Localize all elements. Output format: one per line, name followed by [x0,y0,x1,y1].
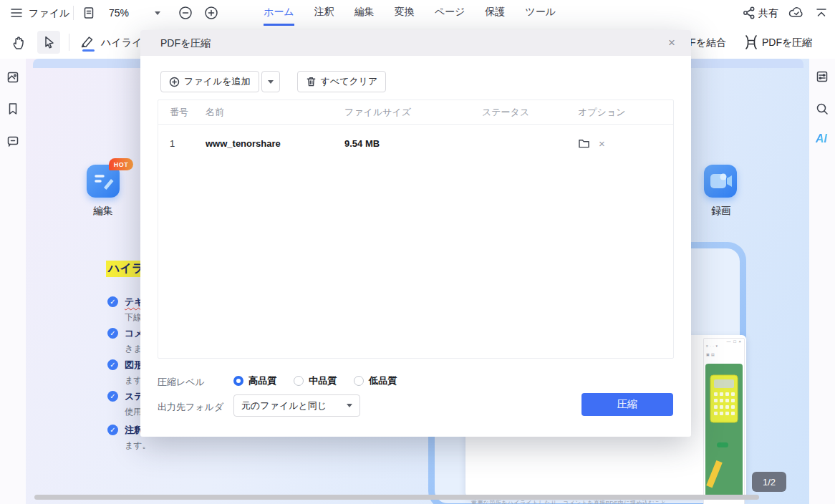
file-options: × [566,138,673,149]
compress-pdf-dialog: PDFを圧縮 × ファイルを追加 すべてクリア 番号 名前 ファイルサイズ ステ… [140,30,691,437]
mini-window-button: ▣ ▤ [704,352,744,357]
zoom-dropdown-caret-icon[interactable] [155,11,160,15]
output-folder-label: 出力先フォルダ [158,401,223,414]
output-folder-select[interactable]: 元のファイルと同じ [233,394,360,417]
app-window: ファイル 75% ホーム 注釈 編集 変換 ページ 保護 ツール 共有 [0,0,835,504]
check-icon: ✓ [107,328,118,339]
page-thumbnail-icon[interactable] [82,6,96,20]
remove-file-icon[interactable]: × [599,138,605,149]
ribbon-tabs: ホーム 注釈 編集 変換 ページ 保護 ツール [264,0,556,26]
compress-level-label: 圧縮レベル [158,376,205,389]
compress-level-options: 高品質 中品質 低品質 [233,374,397,387]
calculator-photo [705,364,743,500]
file-menu[interactable]: ファイル [29,0,69,26]
share-label[interactable]: 共有 [758,0,778,26]
add-file-button[interactable]: ファイルを追加 [160,71,259,92]
tab-comment[interactable]: 注釈 [314,0,334,26]
chevron-down-icon [347,404,352,407]
check-icon: ✓ [107,391,118,402]
col-options: オプション [566,106,673,119]
ai-assistant-icon[interactable]: AI [816,132,830,147]
compress-pdf-icon[interactable] [743,34,759,51]
feature-sub: ます。 [125,440,151,452]
properties-panel-icon[interactable] [815,69,829,84]
dialog-title: PDFを圧縮 [160,30,211,56]
file-table: 番号 名前 ファイルサイズ ステータス オプション 1 www_tenorsha… [158,100,674,359]
radio-medium-quality[interactable]: 中品質 [294,374,337,387]
zoom-out-icon[interactable] [178,5,193,21]
check-icon: ✓ [107,425,118,435]
trash-icon [306,76,317,87]
compress-button[interactable]: 圧縮 [581,393,673,416]
hot-badge: HOT [109,158,133,170]
highlight-tool-icon[interactable] [79,32,97,52]
col-status: ステータス [470,106,566,119]
zoom-level-value[interactable]: 75% [109,0,129,26]
dialog-titlebar: PDFを圧縮 × [140,30,691,56]
output-folder-value: 元のファイルと同じ [241,399,327,412]
page-indicator: 1/2 [752,472,786,492]
file-size: 9.54 MB [333,138,470,149]
record-tile-label[interactable]: 録画 [711,205,731,218]
radio-label: 中品質 [309,374,337,387]
comments-panel-icon[interactable] [6,134,20,148]
radio-high-quality[interactable]: 高品質 [233,374,276,387]
section-title: ハイラ [106,261,145,277]
table-row: 1 www_tenorshare 9.54 MB × [158,125,673,162]
check-icon: ✓ [107,296,118,307]
left-sidebar [0,59,26,504]
radio-icon [354,376,364,386]
cloud-icon[interactable] [788,5,805,21]
mini-window-toolbar: ≡ · · ▾ [704,344,744,348]
right-sidebar: AI [809,59,835,504]
feature-sub: 下線 [125,311,142,324]
promo-caption: 重要な箇所をハイライトしたり、コメントを直接PDF内に埋め込むこと [471,499,667,504]
tab-edit[interactable]: 編集 [354,0,375,26]
feature-sub: ます [125,374,143,387]
compress-pdf-toolbar-label[interactable]: PDFを圧縮 [762,26,812,59]
mini-window-controls: — □ × [704,339,744,344]
hand-tool-button[interactable] [7,31,30,54]
file-number: 1 [158,138,194,149]
radio-label: 高品質 [248,374,276,387]
tab-tools[interactable]: ツール [525,0,556,26]
feature-sub: 使用 [125,406,142,418]
divider [73,6,74,20]
plus-circle-icon [169,77,180,87]
record-tile-icon[interactable] [704,165,737,198]
thumbnails-panel-icon[interactable] [6,70,20,84]
col-size: ファイルサイズ [333,106,470,119]
zoom-in-icon[interactable] [203,5,219,21]
highlight-tool-label[interactable]: ハイライ [101,26,142,59]
radio-icon [294,376,304,386]
dialog-close-icon[interactable]: × [661,30,682,56]
tab-home[interactable]: ホーム [264,0,294,26]
add-file-label: ファイルを追加 [184,75,251,88]
tab-page[interactable]: ページ [435,0,465,26]
search-icon[interactable] [815,102,829,116]
share-icon[interactable] [742,6,756,20]
select-tool-button[interactable] [37,31,60,54]
clear-all-button[interactable]: すべてクリア [297,71,387,92]
table-header-row: 番号 名前 ファイルサイズ ステータス オプション [158,100,673,125]
divider [69,34,69,51]
add-file-dropdown-button[interactable] [261,71,280,92]
collapse-toolbar-icon[interactable] [814,6,829,20]
radio-selected-icon [233,376,243,386]
hamburger-menu-icon[interactable] [10,7,23,19]
clear-all-label: すべてクリア [321,75,378,88]
radio-low-quality[interactable]: 低品質 [354,374,397,387]
top-toolbar: ファイル 75% ホーム 注釈 編集 変換 ページ 保護 ツール 共有 [0,0,835,26]
open-folder-icon[interactable] [578,138,590,149]
edit-tile-label[interactable]: 編集 [93,205,113,218]
col-number: 番号 [158,106,194,119]
horizontal-scrollbar[interactable] [34,495,759,500]
chevron-down-icon [268,80,274,84]
col-name: 名前 [194,106,333,119]
feature-sub: きま [125,343,143,355]
tab-convert[interactable]: 変換 [395,0,415,26]
radio-label: 低品質 [369,374,397,387]
bookmarks-panel-icon[interactable] [6,102,20,116]
check-icon: ✓ [107,359,118,370]
tab-protect[interactable]: 保護 [485,0,505,26]
